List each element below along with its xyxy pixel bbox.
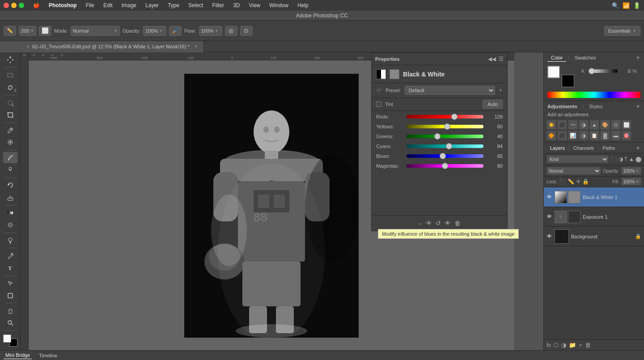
k-slider[interactable] (589, 69, 618, 73)
essentials-dropdown[interactable]: Essentials ▼ (604, 26, 640, 36)
bw-mask-icon[interactable] (390, 69, 399, 79)
lock-pixels-icon[interactable]: ✏️ (568, 178, 574, 185)
slider-thumb-0[interactable] (451, 114, 458, 120)
lasso-tool[interactable]: 2 (3, 82, 17, 93)
channels-tab[interactable]: Channels (571, 144, 597, 152)
add-mask-btn[interactable]: ⬡ (554, 342, 559, 348)
add-folder-btn[interactable]: 📁 (569, 342, 576, 348)
vibrance-adj-icon[interactable]: ▲ (589, 120, 599, 130)
type-tool[interactable]: T (3, 262, 17, 273)
type-menu[interactable]: Type (166, 1, 181, 9)
bw-adj-icon[interactable]: ⬜ (622, 120, 631, 130)
lock-transparent-icon[interactable]: ⬛ (559, 178, 566, 185)
opacity-input[interactable]: 100% ▼ (621, 167, 642, 175)
add-mask-icon[interactable]: ⬦ (419, 220, 422, 227)
exposure-adj-icon[interactable]: ◑ (579, 120, 589, 130)
filter-pixel-icon[interactable]: ⬛ (610, 156, 617, 162)
layers-arrow[interactable]: ▼ (636, 145, 640, 151)
color-swatches[interactable] (3, 335, 17, 347)
visibility-icon[interactable]: 👁 (426, 220, 432, 227)
move-tool[interactable] (3, 54, 17, 65)
gradmap-adj-icon[interactable]: ▬ (611, 131, 621, 140)
gradient-tool[interactable] (3, 207, 17, 218)
color-spectrum[interactable] (547, 92, 640, 98)
slider-track-4[interactable] (407, 154, 483, 158)
k-slider-thumb[interactable] (589, 68, 595, 74)
photfilter-adj-icon[interactable]: 🔶 (547, 131, 556, 140)
slider-thumb-4[interactable] (440, 153, 446, 159)
marquee-tool[interactable] (3, 69, 17, 80)
clone-stamp-tool[interactable] (3, 164, 17, 175)
posterize-adj-icon[interactable]: 📋 (589, 131, 599, 140)
layer-item[interactable]: 👁 E Exposure 1 (544, 207, 644, 227)
slider-track-0[interactable] (407, 115, 483, 119)
tint-checkbox[interactable] (376, 102, 381, 107)
layer-visibility-1[interactable]: 👁 (547, 213, 552, 220)
minibridge-tab[interactable]: Mini Bridge (4, 352, 32, 359)
file-menu[interactable]: File (84, 1, 96, 9)
layer-menu[interactable]: Layer (144, 1, 161, 9)
path-selection-tool[interactable] (3, 278, 17, 289)
selectivecolor-adj-icon[interactable]: 🎯 (622, 131, 631, 140)
layer-item[interactable]: 👁 Background 🔒 (544, 227, 644, 246)
invert-adj-icon[interactable]: ◑ (579, 131, 589, 140)
brightness-adj-icon[interactable]: ☀️ (547, 120, 556, 130)
filter-smart-icon[interactable]: ⬤ (636, 156, 641, 162)
bw-icon[interactable] (376, 69, 386, 79)
panel-menu-icon[interactable]: ☰ (499, 56, 504, 62)
kind-filter-select[interactable]: Kind (547, 155, 609, 163)
timeline-tab[interactable]: Timeline (37, 352, 59, 359)
expand-icon[interactable]: ◀◀ (488, 56, 496, 62)
filter-type-icon[interactable]: T (624, 156, 627, 162)
color-panel-arrow[interactable]: ▼ (636, 55, 640, 60)
delete-icon[interactable]: 🗑 (454, 220, 461, 227)
brush-tool-btn[interactable]: ✏️ (4, 26, 16, 36)
shape-tool[interactable] (3, 290, 17, 301)
clone-source-btn[interactable]: ⊙ (240, 26, 253, 36)
paths-tab[interactable]: Paths (600, 144, 618, 152)
reset-icon[interactable]: ↺ (436, 220, 441, 227)
slider-track-5[interactable] (407, 164, 483, 168)
slider-track-3[interactable] (407, 144, 483, 148)
blend-mode-select[interactable]: Normal (547, 167, 601, 175)
lock-position-icon[interactable]: ✛ (576, 178, 580, 185)
airbrush-btn[interactable]: 🖌️ (169, 26, 182, 36)
lock-all-icon[interactable]: 🔒 (582, 178, 589, 185)
edit-menu[interactable]: Edit (102, 1, 114, 9)
layer-visibility-2[interactable]: 👁 (547, 233, 552, 240)
background-color-swatch[interactable] (562, 75, 574, 87)
new-layer-btn[interactable]: + (579, 342, 582, 348)
zoom-tool[interactable] (3, 318, 17, 329)
3d-menu[interactable]: 3D (231, 1, 242, 9)
select-menu[interactable]: Select (186, 1, 205, 9)
preset-select[interactable]: Default (405, 86, 495, 95)
maximize-button[interactable] (19, 3, 24, 8)
adjustments-title[interactable]: Adjustments (547, 104, 577, 109)
document-tab[interactable]: ✕ 02–03_Trevor606-Edit.psd @ 12.5% (Blac… (21, 41, 204, 52)
fill-input[interactable]: 100% ▼ (621, 178, 642, 186)
auto-button[interactable]: Auto (483, 100, 503, 109)
minimize-button[interactable] (11, 3, 17, 8)
finger-icon[interactable]: ☞ (376, 87, 382, 94)
stylus-btn[interactable]: ◎ (225, 26, 237, 36)
window-menu[interactable]: Window (267, 1, 290, 9)
threshold-adj-icon[interactable]: ▓ (600, 131, 610, 140)
slider-thumb-1[interactable] (444, 123, 450, 130)
adj-arrow[interactable]: ▼ (636, 104, 640, 109)
channelmix-adj-icon[interactable]: ⬛ (557, 131, 567, 140)
photoshop-menu[interactable]: Photoshop (47, 1, 79, 9)
pen-tool[interactable] (3, 250, 17, 261)
dodge-tool[interactable] (3, 235, 17, 246)
brush-tool[interactable] (3, 152, 17, 163)
slider-track-1[interactable] (407, 125, 483, 128)
tab-close-btn[interactable]: ✕ (26, 44, 30, 49)
healing-brush-tool[interactable] (3, 137, 17, 148)
filter-menu[interactable]: Filter (210, 1, 226, 9)
slider-track-2[interactable] (407, 135, 483, 138)
layers-tab[interactable]: Layers (547, 144, 568, 152)
layer-fx-btn[interactable]: fx (547, 342, 551, 348)
history-brush-tool[interactable] (3, 180, 17, 191)
quick-select-tool[interactable] (3, 97, 17, 108)
slider-thumb-3[interactable] (446, 143, 452, 149)
delete-layer-btn[interactable]: 🗑 (585, 342, 591, 348)
